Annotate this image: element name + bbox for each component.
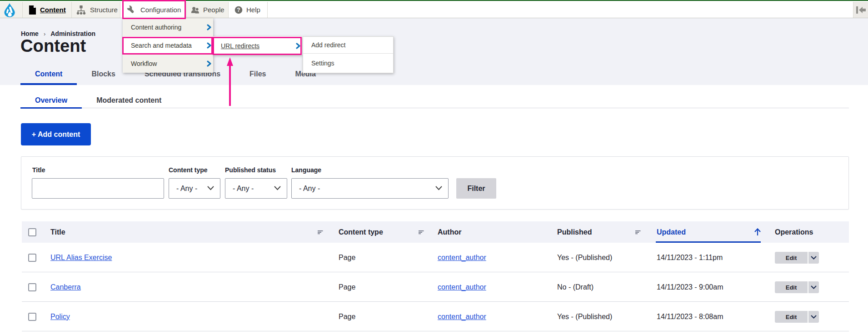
svg-text:?: ? bbox=[237, 7, 240, 13]
